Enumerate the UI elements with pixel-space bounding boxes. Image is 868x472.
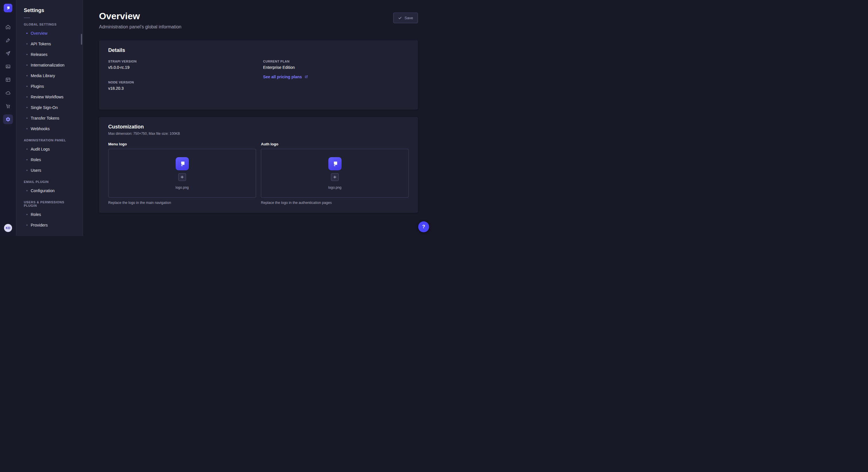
help-button[interactable]: ?: [418, 222, 429, 232]
auth-logo-preview: [329, 157, 342, 170]
bullet-dot: [26, 54, 28, 55]
sidebar-item-single-sign-on[interactable]: Single Sign-On: [24, 102, 78, 113]
bullet-dot: [26, 148, 28, 150]
bullet-dot: [26, 65, 28, 66]
auth-logo-filename: logo.png: [328, 186, 341, 190]
paper-plane-icon: [5, 51, 11, 56]
details-card-title: Details: [108, 47, 409, 53]
plus-icon: [180, 175, 184, 179]
sidebar-item-media-library[interactable]: Media Library: [24, 70, 78, 81]
field-value: Enterprise Edition: [263, 65, 409, 70]
page-header-text: Overview Administration panel’s global i…: [99, 11, 181, 30]
strapi-logo-icon: [331, 160, 339, 167]
menu-logo-preview: [176, 157, 189, 170]
sidebar-item-configuration[interactable]: Configuration: [24, 185, 78, 196]
field-value: v18.20.3: [108, 86, 254, 91]
sidebar-item-label: Overview: [31, 31, 48, 36]
page-header: Overview Administration panel’s global i…: [99, 11, 418, 30]
pen-icon: [5, 38, 11, 43]
rail-item-deploy[interactable]: [3, 48, 13, 58]
sidebar-item-label: Review Workflows: [31, 95, 63, 99]
sidebar-item-label: Webhooks: [31, 127, 50, 131]
bullet-dot: [26, 86, 28, 87]
sidebar-item-internationalization[interactable]: Internationalization: [24, 60, 78, 70]
sidebar-item-overview[interactable]: Overview: [24, 28, 78, 38]
rail-item-marketplace[interactable]: [3, 101, 13, 111]
rail-item-media-library[interactable]: [3, 62, 13, 71]
cloud-icon: [5, 90, 11, 96]
bullet-dot: [26, 33, 28, 34]
sidebar-item-label: Roles: [31, 212, 41, 217]
layout-icon: [5, 77, 11, 82]
sidebar-item-label: Roles: [31, 158, 41, 162]
customization-card-subtitle: Max dimension: 750×750, Max file size: 1…: [108, 132, 409, 136]
sidebar-item-releases[interactable]: Releases: [24, 49, 78, 60]
rail-item-content-builder[interactable]: [3, 35, 13, 45]
bullet-dot: [26, 128, 28, 129]
add-auth-logo-button[interactable]: [331, 173, 339, 181]
details-grid: STRAPI VERSION v5.0.0-rc.19 NODE VERSION…: [108, 60, 409, 102]
sidebar-item-label: Transfer Tokens: [31, 116, 59, 121]
add-menu-logo-button[interactable]: [178, 173, 186, 181]
bullet-dot: [26, 159, 28, 160]
plus-icon: [333, 175, 337, 179]
customization-card-title: Customization: [108, 124, 409, 130]
app-root: KD Settings GLOBAL SETTINGS Overview API…: [0, 0, 434, 236]
rail-item-settings[interactable]: [3, 114, 13, 124]
check-icon: [398, 16, 402, 20]
strapi-logo-icon: [5, 5, 11, 11]
logo-uploads: Menu logo logo.png Replace the logo in t…: [108, 142, 409, 205]
node-version-field: NODE VERSION v18.20.3: [108, 80, 254, 91]
field-label: STRAPI VERSION: [108, 60, 254, 63]
main-content: Overview Administration panel’s global i…: [83, 0, 434, 236]
user-avatar[interactable]: KD: [4, 224, 12, 232]
sidebar-item-api-tokens[interactable]: API Tokens: [24, 38, 78, 49]
media-library-icon: [5, 64, 11, 69]
sidebar-item-webhooks[interactable]: Webhooks: [24, 123, 78, 134]
strapi-logo-icon: [179, 160, 186, 167]
sidebar-item-audit-logs[interactable]: Audit Logs: [24, 144, 78, 154]
sidebar-item-review-workflows[interactable]: Review Workflows: [24, 92, 78, 102]
rail-item-content-manager[interactable]: [3, 75, 13, 85]
sidebar-item-label: Releases: [31, 52, 48, 57]
section-header-administration-panel: ADMINISTRATION PANEL: [24, 138, 78, 142]
bullet-dot: [26, 225, 28, 226]
strapi-version-field: STRAPI VERSION v5.0.0-rc.19: [108, 60, 254, 70]
pricing-plans-link-label: See all pricing plans: [263, 74, 302, 79]
bullet-dot: [26, 107, 28, 108]
customization-card: Customization Max dimension: 750×750, Ma…: [99, 117, 418, 213]
bullet-dot: [26, 214, 28, 215]
pricing-plans-link[interactable]: See all pricing plans: [263, 74, 308, 79]
rail-item-cloud[interactable]: [3, 88, 13, 98]
sidebar-item-label: Configuration: [31, 189, 55, 193]
main-nav-rail: KD: [0, 0, 17, 236]
bullet-dot: [26, 117, 28, 119]
rail-item-home[interactable]: [3, 22, 13, 32]
strapi-logo[interactable]: [4, 4, 12, 12]
bullet-dot: [26, 170, 28, 171]
auth-logo-upload-box[interactable]: logo.png: [261, 149, 409, 198]
sidebar-item-transfer-tokens[interactable]: Transfer Tokens: [24, 113, 78, 123]
details-card: Details STRAPI VERSION v5.0.0-rc.19 NODE…: [99, 40, 418, 109]
sidebar-item-up-roles[interactable]: Roles: [24, 209, 78, 220]
rail-icons: [3, 20, 13, 126]
auth-logo-section: Auth logo logo.png Replace the logo in t…: [261, 142, 409, 205]
bullet-dot: [26, 96, 28, 98]
external-link-icon: [305, 75, 308, 78]
save-button[interactable]: Save: [393, 12, 418, 23]
menu-logo-section: Menu logo logo.png Replace the logo in t…: [108, 142, 256, 205]
sidebar-scrollbar[interactable]: [81, 34, 82, 45]
sidebar-item-users[interactable]: Users: [24, 165, 78, 175]
sidebar-item-label: Media Library: [31, 73, 55, 78]
bullet-dot: [26, 75, 28, 76]
sidebar-item-plugins[interactable]: Plugins: [24, 81, 78, 92]
details-right-column: CURRENT PLAN Enterprise Edition See all …: [263, 60, 409, 102]
menu-logo-upload-box[interactable]: logo.png: [108, 149, 256, 198]
sidebar-item-label: Single Sign-On: [31, 105, 58, 110]
sidebar-item-label: Plugins: [31, 84, 44, 89]
sidebar-item-providers[interactable]: Providers: [24, 220, 78, 230]
current-plan-field: CURRENT PLAN Enterprise Edition: [263, 60, 409, 70]
sidebar-item-admin-roles[interactable]: Roles: [24, 154, 78, 165]
section-header-email-plugin: EMAIL PLUGIN: [24, 180, 78, 183]
page-title: Overview: [99, 11, 181, 22]
